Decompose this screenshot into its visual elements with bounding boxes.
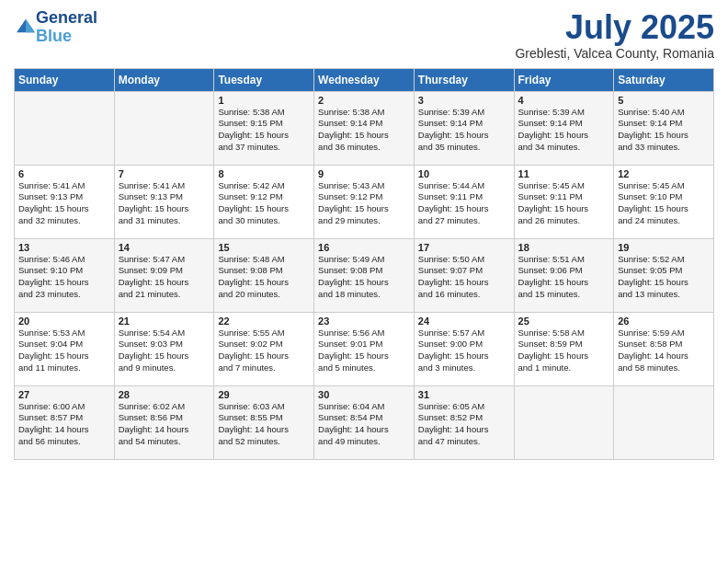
day-number: 7 — [119, 168, 210, 179]
day-header: Thursday — [414, 68, 514, 91]
calendar-cell: 31Sunrise: 6:05 AM Sunset: 8:52 PM Dayli… — [414, 385, 514, 459]
calendar-cell: 30Sunrise: 6:04 AM Sunset: 8:54 PM Dayli… — [314, 385, 415, 459]
calendar-cell: 10Sunrise: 5:44 AM Sunset: 9:11 PM Dayli… — [414, 165, 514, 238]
day-header: Tuesday — [214, 68, 314, 91]
calendar-cell: 12Sunrise: 5:45 AM Sunset: 9:10 PM Dayli… — [614, 165, 714, 238]
cell-content: Sunrise: 5:39 AM Sunset: 9:14 PM Dayligh… — [418, 107, 510, 154]
calendar-cell: 13Sunrise: 5:46 AM Sunset: 9:10 PM Dayli… — [15, 238, 115, 312]
cell-content: Sunrise: 5:40 AM Sunset: 9:14 PM Dayligh… — [618, 107, 710, 154]
calendar-cell — [614, 385, 714, 459]
month-title: July 2025 — [515, 9, 714, 46]
day-number: 5 — [618, 95, 710, 106]
calendar-cell: 23Sunrise: 5:56 AM Sunset: 9:01 PM Dayli… — [314, 312, 415, 385]
day-number: 31 — [418, 389, 510, 400]
calendar-cell: 28Sunrise: 6:02 AM Sunset: 8:56 PM Dayli… — [114, 385, 214, 459]
calendar-week-row: 20Sunrise: 5:53 AM Sunset: 9:04 PM Dayli… — [15, 312, 714, 385]
day-number: 30 — [318, 389, 410, 400]
day-number: 8 — [218, 168, 310, 179]
logo-icon — [16, 16, 36, 36]
logo-text: General Blue — [36, 9, 97, 46]
calendar-cell — [114, 91, 214, 165]
day-number: 11 — [518, 168, 610, 179]
cell-content: Sunrise: 6:03 AM Sunset: 8:55 PM Dayligh… — [218, 401, 310, 448]
cell-content: Sunrise: 5:41 AM Sunset: 9:13 PM Dayligh… — [18, 180, 110, 227]
day-number: 15 — [218, 242, 310, 253]
day-header: Monday — [114, 68, 214, 91]
cell-content: Sunrise: 5:39 AM Sunset: 9:14 PM Dayligh… — [518, 107, 610, 154]
svg-marker-1 — [26, 19, 35, 32]
cell-content: Sunrise: 6:05 AM Sunset: 8:52 PM Dayligh… — [418, 401, 510, 448]
day-number: 21 — [119, 316, 210, 327]
calendar-cell: 4Sunrise: 5:39 AM Sunset: 9:14 PM Daylig… — [514, 91, 614, 165]
calendar-cell: 21Sunrise: 5:54 AM Sunset: 9:03 PM Dayli… — [114, 312, 214, 385]
calendar-cell: 14Sunrise: 5:47 AM Sunset: 9:09 PM Dayli… — [114, 238, 214, 312]
cell-content: Sunrise: 5:53 AM Sunset: 9:04 PM Dayligh… — [18, 327, 110, 374]
calendar-header-row: SundayMondayTuesdayWednesdayThursdayFrid… — [15, 68, 714, 91]
day-number: 13 — [18, 242, 110, 253]
logo: General Blue — [14, 9, 97, 46]
cell-content: Sunrise: 5:38 AM Sunset: 9:14 PM Dayligh… — [318, 107, 410, 154]
cell-content: Sunrise: 5:41 AM Sunset: 9:13 PM Dayligh… — [119, 180, 210, 227]
day-number: 14 — [119, 242, 210, 253]
logo-line2: Blue — [36, 28, 97, 46]
calendar-cell: 7Sunrise: 5:41 AM Sunset: 9:13 PM Daylig… — [114, 165, 214, 238]
logo-line1: General — [36, 9, 97, 28]
day-header: Friday — [514, 68, 614, 91]
day-header: Wednesday — [314, 68, 415, 91]
day-header: Saturday — [614, 68, 714, 91]
calendar-week-row: 1Sunrise: 5:38 AM Sunset: 9:15 PM Daylig… — [15, 91, 714, 165]
calendar-cell: 22Sunrise: 5:55 AM Sunset: 9:02 PM Dayli… — [214, 312, 314, 385]
cell-content: Sunrise: 5:52 AM Sunset: 9:05 PM Dayligh… — [618, 254, 710, 301]
day-header: Sunday — [15, 68, 115, 91]
calendar-cell: 11Sunrise: 5:45 AM Sunset: 9:11 PM Dayli… — [514, 165, 614, 238]
calendar-cell: 15Sunrise: 5:48 AM Sunset: 9:08 PM Dayli… — [214, 238, 314, 312]
cell-content: Sunrise: 5:55 AM Sunset: 9:02 PM Dayligh… — [218, 327, 310, 374]
cell-content: Sunrise: 5:48 AM Sunset: 9:08 PM Dayligh… — [218, 254, 310, 301]
day-number: 9 — [318, 168, 410, 179]
calendar-cell — [15, 91, 115, 165]
calendar-cell: 3Sunrise: 5:39 AM Sunset: 9:14 PM Daylig… — [414, 91, 514, 165]
day-number: 2 — [318, 95, 410, 106]
cell-content: Sunrise: 5:43 AM Sunset: 9:12 PM Dayligh… — [318, 180, 410, 227]
calendar-table: SundayMondayTuesdayWednesdayThursdayFrid… — [14, 68, 714, 460]
cell-content: Sunrise: 5:42 AM Sunset: 9:12 PM Dayligh… — [218, 180, 310, 227]
cell-content: Sunrise: 5:57 AM Sunset: 9:00 PM Dayligh… — [418, 327, 510, 374]
cell-content: Sunrise: 5:59 AM Sunset: 8:58 PM Dayligh… — [618, 327, 710, 374]
day-number: 27 — [18, 389, 110, 400]
day-number: 22 — [218, 316, 310, 327]
day-number: 18 — [518, 242, 610, 253]
day-number: 19 — [618, 242, 710, 253]
calendar-cell: 25Sunrise: 5:58 AM Sunset: 8:59 PM Dayli… — [514, 312, 614, 385]
cell-content: Sunrise: 5:45 AM Sunset: 9:11 PM Dayligh… — [518, 180, 610, 227]
cell-content: Sunrise: 5:46 AM Sunset: 9:10 PM Dayligh… — [18, 254, 110, 301]
cell-content: Sunrise: 5:38 AM Sunset: 9:15 PM Dayligh… — [218, 107, 310, 154]
calendar-cell: 8Sunrise: 5:42 AM Sunset: 9:12 PM Daylig… — [214, 165, 314, 238]
cell-content: Sunrise: 6:04 AM Sunset: 8:54 PM Dayligh… — [318, 401, 410, 448]
calendar-cell: 27Sunrise: 6:00 AM Sunset: 8:57 PM Dayli… — [15, 385, 115, 459]
calendar-cell: 5Sunrise: 5:40 AM Sunset: 9:14 PM Daylig… — [614, 91, 714, 165]
cell-content: Sunrise: 6:02 AM Sunset: 8:56 PM Dayligh… — [119, 401, 210, 448]
title-block: July 2025 Greblesti, Valcea County, Roma… — [515, 9, 714, 61]
calendar-body: 1Sunrise: 5:38 AM Sunset: 9:15 PM Daylig… — [15, 91, 714, 459]
day-number: 12 — [618, 168, 710, 179]
calendar-cell: 19Sunrise: 5:52 AM Sunset: 9:05 PM Dayli… — [614, 238, 714, 312]
day-number: 10 — [418, 168, 510, 179]
calendar-cell: 20Sunrise: 5:53 AM Sunset: 9:04 PM Dayli… — [15, 312, 115, 385]
header: General Blue July 2025 Greblesti, Valcea… — [14, 9, 714, 61]
day-number: 29 — [218, 389, 310, 400]
day-number: 26 — [618, 316, 710, 327]
cell-content: Sunrise: 5:45 AM Sunset: 9:10 PM Dayligh… — [618, 180, 710, 227]
day-number: 24 — [418, 316, 510, 327]
cell-content: Sunrise: 5:54 AM Sunset: 9:03 PM Dayligh… — [119, 327, 210, 374]
day-number: 1 — [218, 95, 310, 106]
calendar-week-row: 13Sunrise: 5:46 AM Sunset: 9:10 PM Dayli… — [15, 238, 714, 312]
page-container: General Blue July 2025 Greblesti, Valcea… — [0, 0, 728, 465]
calendar-cell: 2Sunrise: 5:38 AM Sunset: 9:14 PM Daylig… — [314, 91, 415, 165]
cell-content: Sunrise: 5:58 AM Sunset: 8:59 PM Dayligh… — [518, 327, 610, 374]
cell-content: Sunrise: 5:49 AM Sunset: 9:08 PM Dayligh… — [318, 254, 410, 301]
location: Greblesti, Valcea County, Romania — [515, 46, 714, 61]
calendar-cell: 18Sunrise: 5:51 AM Sunset: 9:06 PM Dayli… — [514, 238, 614, 312]
cell-content: Sunrise: 5:50 AM Sunset: 9:07 PM Dayligh… — [418, 254, 510, 301]
cell-content: Sunrise: 5:44 AM Sunset: 9:11 PM Dayligh… — [418, 180, 510, 227]
day-number: 3 — [418, 95, 510, 106]
